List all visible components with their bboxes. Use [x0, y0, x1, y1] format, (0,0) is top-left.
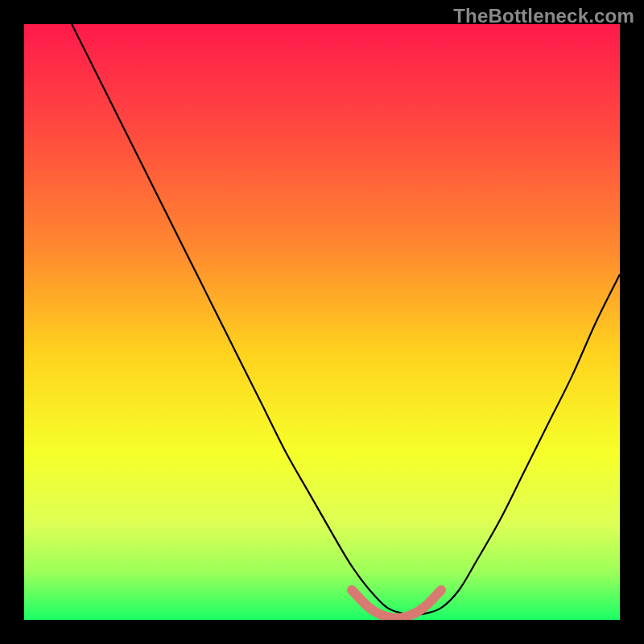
plot-area: [24, 24, 620, 620]
svg-rect-0: [24, 24, 620, 620]
background-gradient: [24, 24, 620, 620]
chart-frame: TheBottleneck.com: [0, 0, 644, 644]
